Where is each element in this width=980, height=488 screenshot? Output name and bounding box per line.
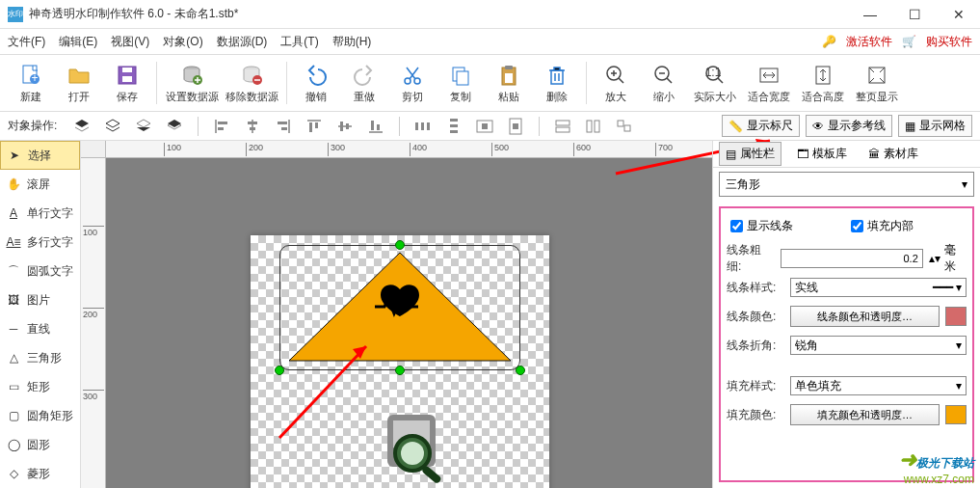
tb-zoomout[interactable]: 缩小 [641, 63, 687, 104]
same-width-icon[interactable] [551, 116, 574, 137]
svg-rect-5 [122, 68, 132, 72]
ruler-horizontal[interactable]: 100 200 300 400 500 600 700 [106, 141, 712, 158]
canvas-area: 100 200 300 400 500 600 700 100 200 300 [81, 141, 712, 488]
tool-triangle[interactable]: △三角形 [0, 343, 80, 372]
close-button[interactable]: ✕ [945, 7, 972, 22]
tb-save[interactable]: 保存 [104, 63, 150, 104]
line-color-button[interactable]: 线条颜色和透明度… [790, 306, 940, 327]
tb-fitpage[interactable]: 整页显示 [851, 63, 903, 104]
svg-rect-29 [278, 122, 287, 124]
tool-diamond[interactable]: ◇菱形 [0, 459, 80, 488]
align-right-icon[interactable] [272, 116, 295, 137]
tool-multitext[interactable]: A≡多行文字 [0, 228, 80, 257]
menu-view[interactable]: 视图(V) [111, 34, 149, 50]
tool-singletext[interactable]: A单行文字 [0, 199, 80, 228]
svg-rect-25 [218, 122, 227, 124]
tb-cut[interactable]: 剪切 [389, 63, 436, 104]
tool-pan[interactable]: ✋滚屏 [0, 170, 80, 199]
layer-back-icon[interactable] [163, 116, 186, 137]
line-icon: ─ [6, 322, 21, 336]
menu-tools[interactable]: 工具(T) [280, 34, 318, 50]
workspace[interactable] [106, 158, 712, 488]
menu-file[interactable]: 文件(F) [8, 34, 45, 50]
svg-rect-26 [218, 127, 224, 130]
minimize-button[interactable]: — [857, 7, 884, 22]
tb-dataset[interactable]: 设置数据源 [163, 63, 221, 104]
guide-icon: 👁 [812, 120, 824, 133]
same-size-icon[interactable] [613, 116, 636, 137]
tb-redo[interactable]: 重做 [341, 63, 387, 104]
toggle-guide[interactable]: 👁显示参考线 [806, 115, 892, 137]
tool-circle[interactable]: ◯圆形 [0, 430, 80, 459]
menu-edit[interactable]: 编辑(E) [59, 34, 97, 50]
activate-link[interactable]: 激活软件 [846, 34, 892, 50]
fill-style-select[interactable]: 单色填充▾ [790, 376, 967, 395]
svg-text:+: + [31, 71, 38, 85]
layer-up-icon[interactable] [101, 116, 124, 137]
tb-zoomin[interactable]: 放大 [593, 63, 639, 104]
tb-copy[interactable]: 复制 [437, 63, 484, 104]
align-top-icon[interactable] [303, 116, 326, 137]
maximize-button[interactable]: ☐ [901, 7, 928, 22]
line-width-input[interactable] [781, 249, 923, 268]
shape-type-select[interactable]: 三角形▾ [719, 172, 974, 197]
tab-properties[interactable]: ▤属性栏 [719, 142, 781, 166]
toggle-grid[interactable]: ▦显示网格 [898, 115, 972, 137]
tb-delete[interactable]: 删除 [534, 63, 580, 104]
tb-new[interactable]: +新建 [8, 63, 54, 104]
line-color-swatch[interactable] [945, 307, 967, 326]
center-page-h-icon[interactable] [473, 116, 496, 137]
chk-show-line[interactable]: 显示线条 [730, 218, 793, 234]
chk-fill-inside[interactable]: 填充内部 [851, 218, 914, 234]
tb-fith[interactable]: 适合高度 [797, 63, 849, 104]
spinner-icon[interactable]: ▴▾ [929, 252, 939, 265]
canvas-object-magnifier[interactable] [376, 409, 453, 486]
layer-front-icon[interactable] [70, 116, 93, 137]
menu-help[interactable]: 帮助(H) [332, 34, 372, 50]
same-height-icon[interactable] [582, 116, 605, 137]
svg-rect-50 [595, 121, 599, 132]
selected-triangle[interactable] [279, 245, 520, 370]
tb-fitw[interactable]: 适合宽度 [743, 63, 795, 104]
library-icon: 🏛 [868, 148, 880, 161]
key-icon: 🔑 [822, 35, 836, 48]
tool-select[interactable]: ➤选择 [0, 141, 80, 170]
tab-templates[interactable]: 🗔模板库 [791, 143, 853, 165]
tool-rect[interactable]: ▭矩形 [0, 372, 80, 401]
fill-color-button[interactable]: 填充颜色和透明度… [790, 404, 940, 425]
hand-icon: ✋ [6, 177, 21, 191]
buy-link[interactable]: 购买软件 [926, 34, 972, 50]
align-hcenter-icon[interactable] [241, 116, 264, 137]
tb-dsremove[interactable]: 移除数据源 [223, 63, 280, 104]
dist-h-icon[interactable] [411, 116, 435, 137]
align-bottom-icon[interactable] [364, 116, 387, 137]
layer-down-icon[interactable] [132, 116, 155, 137]
tool-roundrect[interactable]: ▢圆角矩形 [0, 401, 80, 430]
tb-open[interactable]: 打开 [56, 63, 102, 104]
tool-image[interactable]: 🖼图片 [0, 285, 80, 314]
tab-assets[interactable]: 🏛素材库 [862, 143, 924, 165]
svg-rect-16 [505, 73, 513, 83]
ruler-vertical[interactable]: 100 200 300 [81, 158, 106, 488]
line-corner-select[interactable]: 锐角▾ [790, 336, 967, 355]
multi-text-icon: A≡ [6, 235, 21, 249]
app-icon: 水印 [8, 7, 23, 22]
svg-rect-4 [122, 76, 132, 82]
tb-actual[interactable]: 1:1实际大小 [689, 63, 741, 104]
tb-undo[interactable]: 撤销 [293, 63, 339, 104]
tool-arctext[interactable]: ⌒圆弧文字 [0, 257, 80, 285]
right-panel: ▤属性栏 🗔模板库 🏛素材库 三角形▾ 显示线条 填充内部 线条粗细: ▴▾ 毫… [712, 141, 980, 488]
menu-object[interactable]: 对象(O) [163, 34, 202, 50]
align-vcenter-icon[interactable] [333, 116, 357, 137]
menu-datasource[interactable]: 数据源(D) [217, 34, 268, 50]
template-icon: 🗔 [797, 148, 808, 161]
dist-v-icon[interactable] [442, 116, 465, 137]
line-style-select[interactable]: 实线━━━ ▾ [790, 278, 967, 297]
svg-rect-44 [482, 123, 488, 129]
center-page-v-icon[interactable] [504, 116, 527, 137]
tool-line[interactable]: ─直线 [0, 314, 80, 343]
tb-paste[interactable]: 粘贴 [486, 63, 532, 104]
align-left-icon[interactable] [210, 116, 233, 137]
toggle-ruler[interactable]: 📏显示标尺 [722, 115, 800, 137]
fill-color-swatch[interactable] [945, 405, 967, 424]
